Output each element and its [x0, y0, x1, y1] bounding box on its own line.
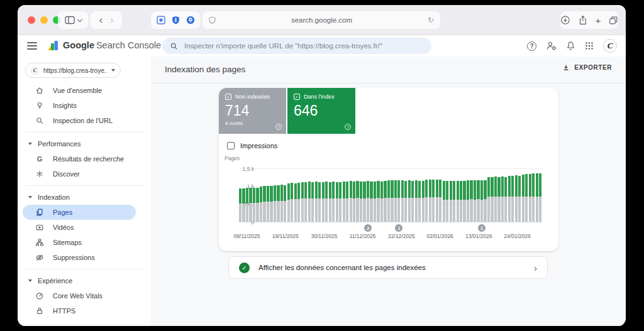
stacked-bar	[325, 182, 328, 222]
help-icon[interactable]: ?	[345, 124, 351, 130]
annotation-marker[interactable]: 2	[364, 224, 372, 232]
google-apps-icon[interactable]	[585, 41, 594, 50]
site-logo-icon: C	[31, 67, 39, 75]
stacked-bar	[470, 180, 472, 222]
reload-icon[interactable]: ↻	[428, 16, 434, 24]
stacked-bar	[322, 182, 325, 222]
help-icon[interactable]: ?	[275, 124, 282, 130]
annotation-marker[interactable]: 1	[395, 224, 402, 232]
address-bar[interactable]: search.google.com ↻	[203, 11, 440, 29]
stacked-bar	[408, 180, 411, 222]
stacked-bar	[374, 182, 376, 222]
sidebar-item-inspection-de-l-url[interactable]: Inspection de l'URL	[18, 113, 151, 128]
sidebar-item-discover[interactable]: Discover	[18, 166, 151, 182]
sidebar-item-label: Pages	[53, 209, 72, 216]
stacked-bar	[297, 183, 300, 222]
stacked-bar	[391, 180, 393, 222]
stacked-bar	[239, 188, 242, 222]
privacy-shield-icon[interactable]	[209, 16, 216, 24]
caret-down-icon	[28, 279, 32, 282]
sidebar-item-label: Discover	[53, 170, 80, 178]
stacked-bar	[318, 182, 321, 222]
sidebar-item-label: Suppressions	[53, 254, 95, 261]
sidebar-item-sitemaps[interactable]: Sitemaps	[18, 235, 151, 250]
export-label: EXPORTER	[574, 64, 612, 71]
search-icon	[35, 116, 44, 125]
sidebar-item-vid-os[interactable]: Vidéos	[18, 220, 151, 235]
sidebar-section-exp-rience[interactable]: Expérience	[18, 273, 151, 288]
account-avatar[interactable]: C	[603, 39, 617, 53]
sidebar-item-r-sultats-de-recherche[interactable]: GRésultats de recherche	[18, 151, 151, 166]
manage-users-icon[interactable]	[546, 41, 557, 51]
notifications-icon[interactable]	[566, 41, 575, 51]
help-icon[interactable]: ?	[527, 41, 536, 51]
new-tab-icon[interactable]: +	[596, 16, 601, 25]
url-inspection-search[interactable]	[162, 38, 431, 54]
x-axis-tick: 02/01/2026	[426, 233, 453, 239]
stacked-bar	[384, 181, 386, 222]
sidebar-section-indexation[interactable]: Indexation	[18, 190, 151, 205]
impressions-toggle[interactable]: Impressions	[227, 142, 277, 149]
forward-icon[interactable]: ›	[110, 15, 113, 25]
stacked-bar	[418, 181, 421, 222]
search-input[interactable]	[184, 42, 424, 50]
annotation-marker[interactable]: 1	[478, 224, 486, 232]
view-indexed-data-bar[interactable]: ✓ Afficher les données concernant les pa…	[228, 256, 548, 279]
address-text[interactable]: search.google.com	[216, 16, 428, 24]
share-icon[interactable]	[579, 15, 587, 25]
chevron-right-icon[interactable]: ›	[534, 263, 537, 273]
sidebar-section-performances[interactable]: Performances	[18, 136, 151, 151]
stacked-bar	[460, 181, 462, 222]
tab-overview-icon[interactable]	[609, 16, 618, 25]
main-content: Indexation des pages EXPORTER ✓ Non inde…	[151, 57, 626, 326]
stacked-bar	[380, 182, 383, 222]
menu-icon[interactable]	[27, 42, 37, 52]
stacked-bar	[304, 182, 307, 222]
back-icon[interactable]: ‹	[99, 15, 103, 25]
downloads-icon[interactable]	[560, 15, 570, 25]
stacked-bar	[387, 180, 390, 222]
stacked-bar	[401, 180, 404, 222]
y-axis-title: Pages	[225, 155, 240, 161]
lock-icon	[35, 307, 44, 315]
stacked-bar	[411, 181, 414, 222]
stacked-bar	[301, 182, 304, 222]
sidebar-toggle-group[interactable]	[58, 11, 88, 29]
eyeoff-icon	[35, 253, 44, 262]
sidebar-divider	[25, 269, 143, 269]
minimize-button[interactable]	[40, 16, 48, 24]
property-selector[interactable]: C https://blog.crea-troye...	[25, 63, 121, 78]
sidebar-item-vue-d-ensemble[interactable]: Vue d'ensemble	[18, 83, 151, 98]
stacked-bar	[370, 182, 372, 222]
stacked-bar	[446, 181, 448, 222]
section-label: Performances	[38, 140, 80, 148]
stacked-bar	[474, 180, 476, 222]
stacked-bar	[397, 180, 400, 222]
header-actions: ? C	[527, 35, 617, 57]
checkbox-checked-icon[interactable]: ✓	[225, 94, 231, 100]
sidebar-item-suppressions[interactable]: Suppressions	[18, 250, 151, 265]
export-button[interactable]: EXPORTER	[562, 63, 612, 72]
app-body: C https://blog.crea-troye... Vue d'ensem…	[18, 57, 626, 326]
sidebar-item-pages[interactable]: Pages	[23, 205, 136, 220]
close-button[interactable]	[28, 16, 35, 24]
sidebar-toggle-icon[interactable]	[65, 16, 75, 24]
stacked-bar	[253, 188, 255, 222]
sidebar-item-core-web-vitals[interactable]: Core Web Vitals	[18, 288, 151, 303]
stacked-bar	[536, 173, 538, 222]
checkbox-checked-icon[interactable]: ✓	[294, 94, 300, 100]
stacked-bar	[336, 182, 338, 222]
chevron-down-icon[interactable]	[77, 16, 82, 21]
code-extension-icon[interactable]	[157, 16, 165, 24]
shield-extension-icon[interactable]	[172, 16, 180, 24]
stacked-bar	[532, 173, 535, 222]
checkbox-unchecked-icon[interactable]	[227, 142, 235, 149]
stacked-bar	[377, 181, 379, 222]
stat-card-not-indexed[interactable]: ✓ Non indexées 714 8 motifs ?	[219, 88, 286, 134]
sidebar-item-insights[interactable]: Insights	[18, 98, 151, 113]
download-icon	[562, 63, 570, 72]
sidebar-item-https[interactable]: HTTPS	[18, 303, 151, 318]
property-label: https://blog.crea-troye...	[43, 67, 107, 74]
password-extension-icon[interactable]	[186, 16, 195, 24]
stat-card-indexed[interactable]: ✓ Dans l'index 646 ?	[287, 88, 355, 134]
